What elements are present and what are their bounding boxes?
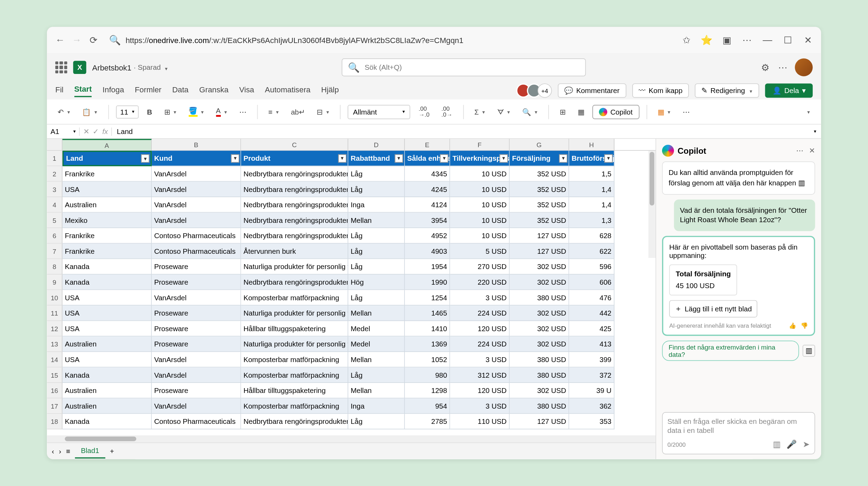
table-cell[interactable]: 362 — [569, 399, 614, 414]
back-icon[interactable]: ← — [54, 34, 66, 46]
table-cell[interactable]: 352 USD — [510, 166, 569, 182]
table-header-cell[interactable]: Tillverkningspris▾ — [450, 151, 510, 166]
row-header[interactable]: 15 — [47, 367, 62, 383]
table-cell[interactable]: Nedbrytbara rengöringsprodukter — [241, 275, 348, 290]
table-cell[interactable]: VanArsdel — [152, 213, 241, 228]
filter-icon[interactable]: ▾ — [141, 154, 149, 162]
table-cell[interactable]: 4245 — [405, 182, 450, 197]
filter-icon[interactable]: ▾ — [559, 154, 567, 162]
filter-icon[interactable]: ▾ — [440, 154, 448, 162]
table-cell[interactable]: 3 USD — [450, 290, 510, 305]
table-cell[interactable]: 1254 — [405, 290, 450, 305]
tab-start[interactable]: Start — [74, 84, 92, 97]
select-all-corner[interactable] — [47, 139, 62, 150]
table-cell[interactable]: Proseware — [152, 336, 241, 352]
row-header[interactable]: 7 — [47, 244, 62, 259]
tab-automatisera[interactable]: Automatisera — [265, 85, 310, 97]
table-cell[interactable]: Frankrike — [62, 166, 152, 182]
row-header[interactable]: 5 — [47, 213, 62, 228]
table-cell[interactable]: 224 USD — [450, 305, 510, 321]
tab-data[interactable]: Data — [172, 85, 189, 97]
table-cell[interactable]: Komposterbar matförpackning — [241, 352, 348, 368]
table-cell[interactable]: Kanada — [62, 275, 152, 290]
table-cell[interactable]: 352 USD — [510, 182, 569, 197]
more-icon[interactable]: ⋯ — [796, 146, 803, 155]
font-size-input[interactable]: 11▾ — [116, 105, 139, 118]
increase-decimal-button[interactable]: .00→.0 — [415, 103, 433, 120]
table-cell[interactable]: 1,4 — [569, 197, 614, 213]
more-icon[interactable]: ⋯ — [777, 61, 789, 73]
table-cell[interactable]: VanArsdel — [152, 182, 241, 197]
table-cell[interactable]: 954 — [405, 399, 450, 414]
table-cell[interactable]: Låg — [348, 244, 405, 259]
row-header[interactable]: 1 — [47, 151, 62, 166]
enter-formula-icon[interactable]: ✓ — [93, 127, 99, 135]
row-header[interactable]: 12 — [47, 321, 62, 337]
collections-icon[interactable]: ▣ — [721, 34, 733, 46]
ribbon-collapse-icon[interactable] — [802, 106, 814, 117]
table-cell[interactable]: Naturliga produkter för personlig vård — [241, 259, 348, 275]
table-cell[interactable]: 302 USD — [510, 383, 569, 399]
table-cell[interactable]: Medel — [348, 321, 405, 337]
horizontal-scrollbar[interactable] — [47, 435, 656, 443]
pivottable-button[interactable]: ⊞ — [556, 105, 569, 118]
table-cell[interactable]: Hög — [348, 275, 405, 290]
merge-button[interactable]: ⊟ — [313, 105, 333, 118]
table-cell[interactable]: 1465 — [405, 305, 450, 321]
table-cell[interactable]: 224 USD — [450, 336, 510, 352]
table-cell[interactable]: VanArsdel — [152, 399, 241, 414]
table-cell[interactable]: 4345 — [405, 166, 450, 182]
tab-infoga[interactable]: Infoga — [102, 85, 124, 97]
table-cell[interactable]: Nedbrytbara rengöringsprodukter — [241, 228, 348, 244]
table-cell[interactable]: 302 USD — [510, 275, 569, 290]
tab-formler[interactable]: Formler — [135, 85, 161, 97]
table-cell[interactable]: Naturliga produkter för personlig vård — [241, 336, 348, 352]
more-icon[interactable]: ⋯ — [741, 34, 753, 46]
close-icon[interactable]: ✕ — [802, 34, 814, 46]
col-header[interactable]: B — [152, 139, 241, 150]
favorite-icon[interactable]: ✩ — [681, 34, 692, 46]
table-cell[interactable]: Komposterbar matförpackning — [241, 399, 348, 414]
table-cell[interactable]: 302 USD — [510, 321, 569, 337]
filter-icon[interactable]: ▾ — [231, 154, 239, 162]
table-cell[interactable]: VanArsdel — [152, 197, 241, 213]
table-cell[interactable]: Låg — [348, 228, 405, 244]
table-cell[interactable]: Återvunnen burk — [241, 244, 348, 259]
cancel-formula-icon[interactable]: ✕ — [83, 127, 89, 135]
refresh-icon[interactable]: ⟳ — [87, 34, 99, 46]
app-launcher-icon[interactable] — [55, 61, 67, 73]
thumbs-down-icon[interactable]: 👎 — [801, 322, 808, 329]
table-cell[interactable]: 476 — [569, 290, 614, 305]
table-cell[interactable]: 372 — [569, 367, 614, 383]
avatar[interactable] — [795, 58, 812, 76]
all-sheets-icon[interactable]: ≡ — [66, 447, 70, 455]
filter-icon[interactable]: ▾ — [338, 154, 347, 162]
table-cell[interactable]: Contoso Pharmaceuticals — [152, 228, 241, 244]
next-sheet-icon[interactable]: › — [59, 447, 61, 455]
table-cell[interactable]: Australien — [62, 383, 152, 399]
table-cell[interactable]: 10 USD — [450, 182, 510, 197]
expand-formula-icon[interactable]: ▾ — [809, 129, 821, 134]
copilot-button[interactable]: Copilot — [592, 104, 639, 119]
table-cell[interactable]: Låg — [348, 166, 405, 182]
table-cell[interactable]: Nedbrytbara rengöringsprodukter — [241, 197, 348, 213]
vertical-scrollbar[interactable] — [648, 151, 656, 258]
table-cell[interactable]: 2785 — [405, 414, 450, 429]
table-cell[interactable]: 312 USD — [450, 367, 510, 383]
table-cell[interactable]: 127 USD — [510, 244, 569, 259]
table-cell[interactable]: USA — [62, 182, 152, 197]
align-button[interactable]: ≡ — [265, 105, 282, 118]
undo-button[interactable]: ↶ — [54, 105, 74, 118]
comments-button[interactable]: 💬 Kommentarer — [558, 83, 626, 98]
more-ribbon-icon[interactable]: ⋯ — [679, 105, 693, 118]
table-cell[interactable]: Kanada — [62, 259, 152, 275]
table-cell[interactable]: Proseware — [152, 321, 241, 337]
table-cell[interactable]: Hållbar tilltuggspaketering — [241, 321, 348, 337]
table-cell[interactable]: USA — [62, 321, 152, 337]
thumbs-up-icon[interactable]: 👍 — [789, 322, 796, 329]
table-cell[interactable]: 1298 — [405, 383, 450, 399]
col-header[interactable]: D — [348, 139, 405, 150]
bold-button[interactable]: B — [143, 105, 156, 118]
maximize-icon[interactable]: ☐ — [782, 34, 794, 46]
presence-avatars[interactable]: +4 — [520, 83, 552, 98]
